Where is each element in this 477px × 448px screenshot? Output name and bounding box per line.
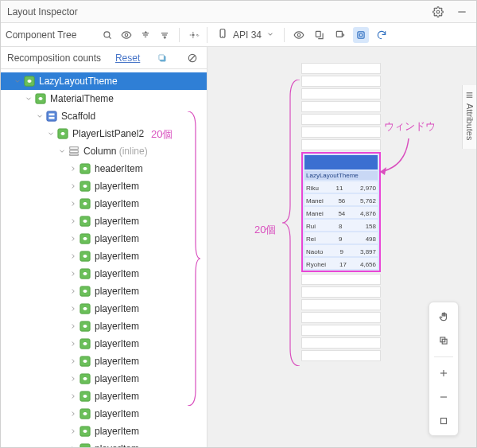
api-selector[interactable]: API 34 [214,28,277,41]
attributes-tab[interactable]: Attributes [462,85,476,149]
import-icon[interactable] [332,27,348,43]
chevron-icon[interactable] [68,217,79,225]
api-label: API 34 [233,29,262,41]
reset-link[interactable]: Reset [115,53,140,64]
zoom-in-icon[interactable] [434,364,453,383]
chevron-icon[interactable] [23,95,34,103]
phone-icon [217,28,228,41]
preview-window: LazyLayoutThemeRiku112,970Manei565,762Ma… [301,152,381,272]
chevron-icon[interactable] [68,427,79,435]
pan-icon[interactable] [434,307,453,326]
chevron-icon[interactable] [68,392,79,400]
svg-rect-31 [70,154,79,156]
node-icon [79,320,91,333]
eye-toggle-icon[interactable] [291,27,307,43]
tree-root[interactable]: LazyLayoutTheme [1,72,207,90]
node-icon [79,180,91,193]
settings-dropdown-icon[interactable] [186,27,202,43]
node-icon [23,75,36,88]
node-icon [79,372,91,385]
tree-player-item[interactable]: playerItem [1,195,207,212]
zoom-fit-icon[interactable] [434,411,453,430]
tree-player-item[interactable]: playerItem [1,300,207,317]
tree-scaffold[interactable]: Scaffold [1,107,207,125]
chevron-icon[interactable] [68,445,79,447]
eye-icon[interactable] [118,27,134,43]
stage-tools [429,302,459,436]
tree-header-item[interactable]: headerItem [1,160,207,177]
export-icon[interactable] [312,27,328,43]
chevron-icon[interactable] [45,130,56,138]
node-icon [79,250,91,263]
filter-up-icon[interactable] [138,27,153,43]
chevron-icon[interactable] [68,270,79,278]
node-icon [79,407,91,420]
chevron-icon[interactable] [68,357,79,365]
node-label: playerItem [95,268,139,279]
svg-rect-57 [441,419,447,424]
annotation-brace-mid [282,80,303,366]
tree-column[interactable]: Column (inline) [1,142,207,160]
node-icon [56,127,69,140]
tree-panel[interactable]: PlayerListPanel2 [1,125,207,142]
chevron-icon[interactable] [68,235,79,243]
chevron-icon[interactable] [68,182,79,190]
preview-window-label: LazyLayoutTheme [304,171,378,180]
tree-material[interactable]: MaterialTheme [1,90,207,107]
node-icon [79,232,91,245]
title-bar: Layout Inspector [1,1,476,23]
chevron-icon[interactable] [68,410,79,418]
tree-player-item[interactable]: playerItem [1,405,207,423]
tree-player-item[interactable]: playerItem [1,388,207,405]
tree-player-item[interactable]: playerItem [1,282,207,300]
preview-row: Rei9498 [304,232,378,243]
tree-player-item[interactable]: playerItem [1,212,207,230]
tree-player-item[interactable]: playerItem [1,440,207,447]
capture-icon[interactable] [353,27,369,43]
node-icon [79,197,91,210]
node-label: playerItem [95,198,139,209]
tree[interactable]: LazyLayoutThemeMaterialThemeScaffoldPlay… [1,69,207,447]
node-label: playerItem [95,233,139,244]
separator [434,356,453,357]
node-icon [68,145,80,158]
copy-icon[interactable] [154,50,170,66]
zoom-out-icon[interactable] [434,388,453,407]
filter-down-icon[interactable] [157,27,173,43]
chevron-icon[interactable] [68,375,79,383]
chevron-icon[interactable] [68,305,79,313]
chevron-icon[interactable] [68,322,79,330]
svg-rect-27 [49,117,55,119]
tree-player-item[interactable]: playerItem [1,247,207,265]
preview-item [301,139,381,150]
annotation-brace-left [184,111,200,406]
chevron-icon[interactable] [68,287,79,295]
chevron-icon[interactable] [68,252,79,260]
gear-icon[interactable] [430,4,446,20]
layers-icon[interactable] [434,331,453,350]
node-label: playerItem [95,443,139,447]
tree-player-item[interactable]: playerItem [1,177,207,195]
refresh-icon[interactable] [374,27,390,43]
tree-player-item[interactable]: playerItem [1,423,207,440]
chevron-icon[interactable] [12,77,23,85]
chevron-icon[interactable] [56,147,68,155]
tree-player-item[interactable]: playerItem [1,317,207,335]
block-icon[interactable] [184,50,200,66]
svg-rect-18 [359,33,363,37]
component-tree-label: Component Tree [6,29,76,41]
search-icon[interactable] [99,27,115,43]
tree-player-item[interactable]: playerItem [1,353,207,370]
preview-stage[interactable]: LazyLayoutThemeRiku112,970Manei565,762Ma… [207,47,476,447]
svg-rect-25 [47,111,56,121]
chevron-icon[interactable] [68,165,79,173]
tree-player-item[interactable]: playerItem [1,265,207,282]
tree-player-item[interactable]: playerItem [1,230,207,247]
node-icon [79,162,91,175]
tree-player-item[interactable]: playerItem [1,335,207,353]
tree-player-item[interactable]: playerItem [1,370,207,388]
chevron-icon[interactable] [34,112,45,120]
chevron-icon[interactable] [68,340,79,348]
chevron-icon[interactable] [68,200,79,208]
minimize-icon[interactable] [454,4,470,20]
